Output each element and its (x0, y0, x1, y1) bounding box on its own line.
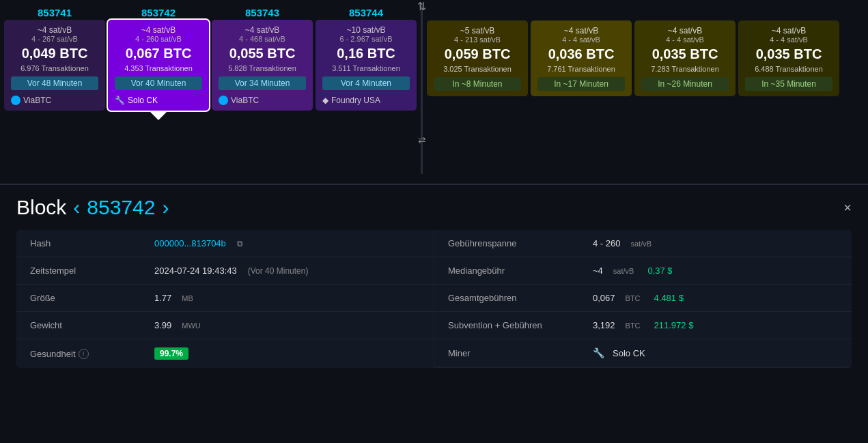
nav-prev-button[interactable]: ‹ (73, 196, 80, 219)
miner-label: ViaBTC (231, 96, 259, 105)
weight-label: Gewicht (30, 320, 146, 330)
fee-range-value: 4 - 260 (593, 238, 620, 248)
block-btc: 0,035 BTC (745, 46, 832, 62)
total-fees-usd: 4.481 $ (654, 293, 684, 303)
block-card-853744[interactable]: 853744 ~10 sat/vB 6 - 2.967 sat/vB 0,16 … (316, 4, 417, 111)
selected-triangle (149, 111, 168, 120)
block-number: 853741 (38, 4, 72, 20)
block-card-853743[interactable]: 853743 ~4 sat/vB 4 - 468 sat/vB 0,055 BT… (212, 4, 313, 111)
detail-row-subsidy: Subvention + Gebühren 3,192 BTC 211.972 … (434, 312, 852, 339)
block-card-853741[interactable]: 853741 ~4 sat/vB 4 - 267 sat/vB 0,049 BT… (4, 4, 105, 111)
viabtc2-icon (219, 96, 228, 105)
detail-row-total-fees: Gesamtgebühren 0,067 BTC 4.481 $ (434, 285, 852, 312)
info-icon[interactable]: i (79, 349, 89, 359)
nav-next-button[interactable]: › (162, 196, 169, 219)
block-card-853742[interactable]: 853742 ~4 sat/vB 4 - 260 sat/vB 0,067 BT… (108, 4, 209, 111)
detail-right-col: Gebührenspanne 4 - 260 sat/vB Mediangebü… (434, 230, 852, 368)
block-tx: 5.828 Transaktionen (219, 64, 306, 72)
block-time: Vor 34 Minuten (219, 76, 306, 90)
size-value: 1.77 (154, 293, 171, 303)
block-title-label: Block (16, 196, 66, 219)
median-fee-unit: sat/vB (613, 267, 634, 275)
block-btc: 0,035 BTC (641, 46, 729, 62)
block-card-pending-4[interactable]: ~4 sat/vB 4 - 4 sat/vB 0,035 BTC 6.488 T… (738, 4, 839, 96)
block-card-pending-1[interactable]: ~5 sat/vB 4 - 213 sat/vB 0,059 BTC 3.025… (427, 4, 528, 96)
median-fee-label: Mediangebühr (448, 266, 585, 276)
size-label: Größe (30, 293, 146, 303)
block-time: Vor 48 Minuten (11, 76, 98, 90)
detail-left-col: Hash 000000...813704b ⧉ Zeitstempel 2024… (16, 230, 434, 368)
block-sat-primary: ~4 sat/vB (641, 26, 729, 35)
block-btc: 0,055 BTC (219, 46, 306, 61)
block-btc: 0,059 BTC (434, 46, 521, 62)
detail-row-timestamp: Zeitstempel 2024-07-24 19:43:43 (Vor 40 … (16, 257, 434, 285)
block-card-pending-3[interactable]: ~4 sat/vB 4 - 4 sat/vB 0,035 BTC 7.283 T… (634, 4, 736, 96)
block-number-display: 853742 (87, 196, 155, 219)
hash-value[interactable]: 000000...813704b (154, 238, 226, 248)
block-sat-range: 4 - 468 sat/vB (219, 35, 306, 43)
weight-unit: MWU (182, 321, 201, 330)
detail-row-fee-range: Gebührenspanne 4 - 260 sat/vB (434, 230, 852, 257)
block-time: Vor 4 Minuten (322, 76, 410, 90)
block-tx: 3.025 Transaktionen (434, 65, 521, 73)
miner-detail-icon: 🔧 (593, 347, 604, 358)
block-btc: 0,16 BTC (322, 46, 410, 61)
solo-ck-icon: 🔧 (115, 96, 125, 105)
block-sat-range: 4 - 260 sat/vB (115, 35, 202, 43)
size-unit: MB (182, 294, 193, 302)
subsidy-label: Subvention + Gebühren (448, 320, 585, 330)
foundry-icon: ◆ (322, 96, 328, 105)
block-sat-primary: ~4 sat/vB (219, 25, 306, 35)
block-sat-range: 4 - 4 sat/vB (641, 35, 729, 44)
timestamp-label: Zeitstempel (30, 266, 146, 276)
blocks-area: 853741 ~4 sat/vB 4 - 267 sat/vB 0,049 BT… (0, 0, 868, 174)
block-btc: 0,049 BTC (11, 46, 98, 61)
block-miner-row: ViaBTC (11, 96, 98, 105)
block-time: In ~8 Minuten (434, 77, 521, 91)
block-time: In ~26 Minuten (641, 77, 729, 91)
block-card-pending-2[interactable]: ~4 sat/vB 4 - 4 sat/vB 0,036 BTC 7.761 T… (531, 4, 632, 96)
subsidy-unit: BTC (626, 321, 641, 330)
close-button[interactable]: × (843, 200, 852, 216)
block-number: 853742 (141, 4, 176, 20)
copy-icon[interactable]: ⧉ (237, 239, 243, 248)
block-number: 853744 (349, 4, 383, 20)
block-time: In ~35 Minuten (745, 77, 832, 91)
block-time: Vor 40 Minuten (115, 76, 202, 90)
miner-detail-value: Solo CK (613, 348, 645, 358)
block-sat-primary: ~5 sat/vB (434, 26, 521, 35)
block-detail-title-row: Block ‹ 853742 › × (16, 196, 852, 219)
block-miner-row: ViaBTC (219, 96, 306, 105)
vertical-separator: ⇅ ⇄ (421, 4, 423, 174)
block-detail-panel: Block ‹ 853742 › × Hash 000000...813704b… (0, 185, 868, 375)
median-fee-value: ~4 (593, 266, 603, 276)
block-btc: 0,067 BTC (115, 46, 202, 61)
health-badge: 99.7% (154, 347, 188, 360)
block-sat-primary: ~4 sat/vB (11, 25, 98, 35)
viabtc-icon (11, 96, 20, 105)
fee-range-label: Gebührenspanne (448, 238, 585, 248)
block-tx: 6.976 Transaktionen (11, 64, 98, 72)
detail-row-health: Gesundheit i 99.7% (16, 339, 434, 368)
block-miner-row: ◆ Foundry USA (322, 96, 410, 105)
detail-row-miner: Miner 🔧 Solo CK (434, 339, 852, 367)
subsidy-usd: 211.972 $ (654, 320, 694, 330)
block-sat-primary: ~4 sat/vB (115, 25, 202, 35)
block-sat-range: 6 - 2.967 sat/vB (322, 35, 410, 43)
block-number: 853743 (245, 4, 279, 20)
timestamp-sub: (Vor 40 Minuten) (248, 266, 309, 276)
block-tx: 7.283 Transaktionen (641, 65, 729, 73)
block-sat-range: 4 - 4 sat/vB (745, 35, 832, 44)
total-fees-label: Gesamtgebühren (448, 293, 585, 303)
fee-range-unit: sat/vB (630, 240, 652, 248)
median-fee-usd: 0,37 $ (647, 266, 672, 276)
app-container: 853741 ~4 sat/vB 4 - 267 sat/vB 0,049 BT… (0, 0, 868, 375)
miner-detail-label: Miner (448, 348, 585, 358)
miner-label: Solo CK (128, 96, 158, 105)
block-time: In ~17 Minuten (537, 77, 625, 91)
detail-row-median-fee: Mediangebühr ~4 sat/vB 0,37 $ (434, 257, 852, 285)
block-sat-range: 4 - 213 sat/vB (434, 35, 521, 44)
total-fees-value: 0,067 (593, 293, 615, 303)
block-sat-range: 4 - 267 sat/vB (11, 35, 98, 43)
detail-row-hash: Hash 000000...813704b ⧉ (16, 230, 434, 257)
